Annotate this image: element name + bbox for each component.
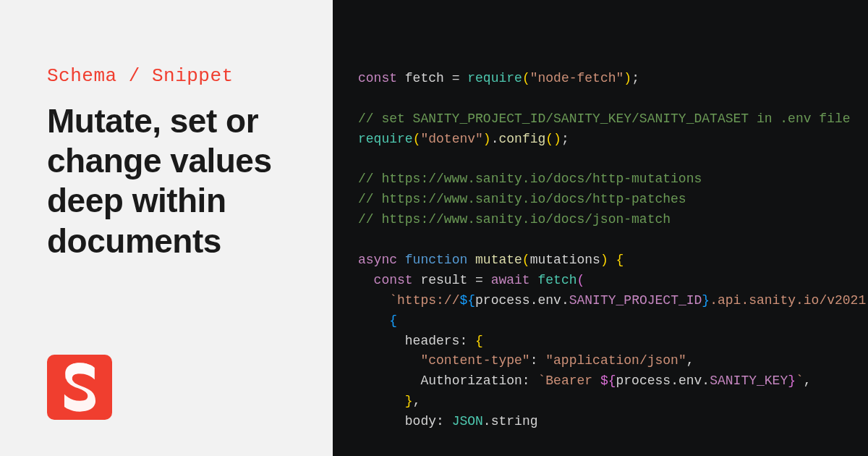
code-class: JSON [452,414,483,428]
breadcrumb-type: Snippet [152,65,234,87]
code-tmpl: ${ [459,293,475,308]
code-key: "content-type" [420,353,529,368]
code-dot: . [530,293,538,308]
breadcrumb-separator: / [117,65,152,87]
code-colon: : [530,353,546,368]
breadcrumb: Schema / Snippet [47,65,297,87]
code-paren: ) [483,132,491,146]
code-indent [358,273,374,287]
code-indent [358,394,405,408]
code-sp [530,273,538,287]
code-fn: fetch [537,273,576,287]
sanity-logo [47,355,112,420]
code-string: "dotenv" [420,132,482,146]
code-comment: // https://www.sanity.io/docs/http-mutat… [358,172,702,186]
code-val: "application/json" [545,353,686,368]
code-param: mutations [530,253,600,267]
code-keyword: const [358,71,397,85]
code-method: string [491,414,538,428]
code-comma: , [804,373,812,388]
breadcrumb-category: Schema [47,65,117,87]
code-fn: config [498,132,545,146]
code-dot: . [671,373,678,388]
code-indent [358,293,389,308]
code-op: = [452,71,468,85]
code-str: Bearer [545,373,600,388]
code-indent [358,334,405,348]
code-paren: () [545,132,561,146]
code-paren: ) [624,71,631,85]
code-tmpl: ${ [600,373,616,388]
code-indent [358,414,405,428]
code-brace: { [475,334,483,348]
code-paren: ( [577,273,585,287]
page-title: Mutate, set or change values deep within… [47,101,297,261]
code-prop: headers [405,334,460,348]
code-fn-name: mutate [475,253,522,267]
code-brace: { [389,313,397,328]
code-op: = [475,273,491,287]
code-obj: process [616,373,671,388]
code-dot: . [702,373,710,388]
code-colon: : [522,373,538,388]
code-indent [358,313,389,328]
code-comma: , [686,353,694,368]
code-tick: ` [796,373,804,388]
code-block: const fetch = require("node-fetch"); // … [358,69,868,432]
code-string: "node-fetch" [530,71,624,85]
code-keyword: async [358,253,397,267]
code-prop: Authorization [420,373,522,388]
code-keyword: await [491,273,530,287]
code-semi: ; [631,71,639,85]
code-var: result [413,273,475,287]
code-tick: ` [389,293,397,308]
code-panel: const fetch = require("node-fetch"); // … [333,0,868,456]
code-comment: // https://www.sanity.io/docs/json-match [358,212,671,227]
code-tick: ` [537,373,545,388]
code-paren: ( [522,71,530,85]
code-obj: process [475,293,530,308]
code-comment: // set SANITY_PROJECT_ID/SANITY_KEY/SANI… [358,111,851,126]
code-brace: } [405,394,413,408]
code-paren: ( [522,253,530,267]
code-prop: env [538,293,561,308]
code-url: .api.sanity.io/v2021-06-07/data/mu [710,293,868,308]
code-colon: : [436,414,452,428]
code-comment: // https://www.sanity.io/docs/http-patch… [358,192,686,206]
code-url: https:// [397,293,459,308]
code-indent [358,373,420,388]
code-var: fetch [397,71,452,85]
code-comma: , [413,394,421,408]
code-dot: . [561,293,569,308]
code-semi: ; [561,132,569,146]
code-colon: : [459,334,475,348]
code-fn: require [358,132,413,146]
code-dot: . [491,132,499,146]
code-paren: ) [600,253,616,267]
code-keyword: const [374,273,413,287]
code-tmpl: } [702,293,710,308]
code-prop: body [405,414,436,428]
code-const: SANITY_PROJECT_ID [569,293,702,308]
code-brace: { [616,253,624,267]
code-indent [358,353,420,368]
code-fn: require [467,71,522,85]
code-keyword: function [397,253,475,267]
code-paren: ( [413,132,421,146]
code-dot: . [483,414,491,428]
sanity-logo-icon [60,362,100,413]
code-prop: env [678,373,702,388]
code-tmpl: } [788,373,796,388]
left-panel: Schema / Snippet Mutate, set or change v… [0,0,333,456]
code-const: SANITY_KEY [710,373,788,388]
